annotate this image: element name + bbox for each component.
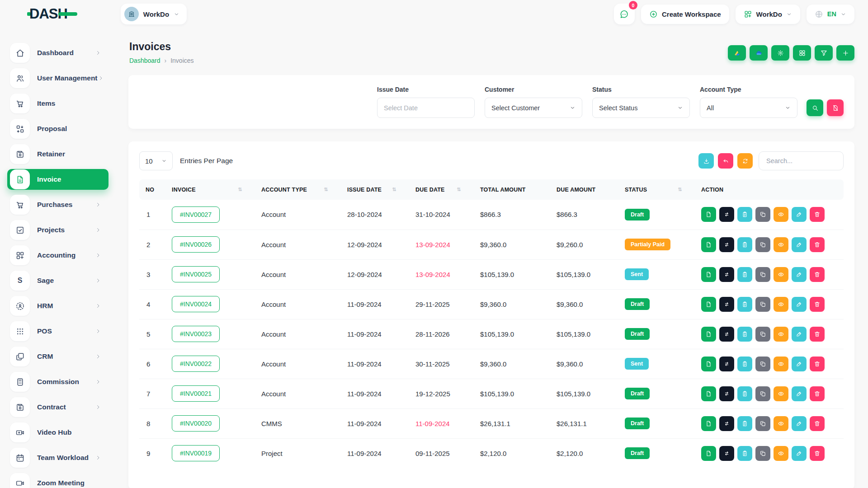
- column-header-due-date[interactable]: DUE DATE⇅: [411, 179, 476, 200]
- payment-button[interactable]: [737, 327, 752, 342]
- convert-button[interactable]: [719, 267, 734, 282]
- invoice-link[interactable]: #INV00023: [172, 326, 220, 342]
- payment-button[interactable]: [737, 357, 752, 371]
- sidebar-item-crm[interactable]: CRM: [7, 346, 108, 367]
- view-button[interactable]: [774, 237, 788, 252]
- column-header-issue-date[interactable]: ISSUE DATE⇅: [343, 179, 411, 200]
- view-button[interactable]: [774, 207, 788, 222]
- entries-per-page-select[interactable]: 10: [139, 151, 173, 170]
- view-button[interactable]: [774, 327, 788, 342]
- delete-button[interactable]: [810, 237, 825, 252]
- edit-button[interactable]: [792, 446, 807, 461]
- delete-button[interactable]: [810, 446, 825, 461]
- refresh-button[interactable]: [737, 153, 753, 169]
- onedrive-button[interactable]: [750, 45, 768, 61]
- language-selector[interactable]: EN: [807, 5, 854, 24]
- sidebar-item-commission[interactable]: Commission: [7, 371, 108, 392]
- convert-button[interactable]: [719, 327, 734, 342]
- delete-button[interactable]: [810, 207, 825, 222]
- workdo-menu-button[interactable]: WorkDo: [736, 5, 800, 24]
- view-button[interactable]: [774, 416, 788, 431]
- breadcrumb-dashboard-link[interactable]: Dashboard: [129, 57, 160, 64]
- duplicate-button[interactable]: [755, 267, 770, 282]
- sidebar-item-accounting[interactable]: Accounting: [7, 245, 108, 266]
- edit-button[interactable]: [792, 207, 807, 222]
- create-workspace-button[interactable]: Create Workspace: [641, 5, 729, 24]
- grid-view-button[interactable]: [793, 45, 811, 61]
- convert-button[interactable]: [719, 357, 734, 371]
- payment-button[interactable]: [737, 267, 752, 282]
- duplicate-button[interactable]: [755, 327, 770, 342]
- duplicate-button[interactable]: [755, 357, 770, 371]
- convert-button[interactable]: [719, 446, 734, 461]
- delete-button[interactable]: [810, 327, 825, 342]
- payment-reminder-button[interactable]: [701, 327, 716, 342]
- sidebar-item-retainer[interactable]: Retainer: [7, 144, 108, 164]
- duplicate-button[interactable]: [755, 237, 770, 252]
- payment-button[interactable]: [737, 237, 752, 252]
- google-drive-button[interactable]: [728, 45, 746, 61]
- payment-button[interactable]: [737, 386, 752, 401]
- duplicate-button[interactable]: [755, 207, 770, 222]
- invoice-link[interactable]: #INV00022: [172, 356, 220, 372]
- sidebar-item-invoice[interactable]: Invoice: [7, 169, 108, 190]
- convert-button[interactable]: [719, 237, 734, 252]
- payment-reminder-button[interactable]: [701, 416, 716, 431]
- delete-button[interactable]: [810, 267, 825, 282]
- duplicate-button[interactable]: [755, 297, 770, 312]
- sidebar-item-items[interactable]: Items: [7, 93, 108, 114]
- sidebar-item-video-hub[interactable]: Video Hub: [7, 422, 108, 443]
- delete-button[interactable]: [810, 357, 825, 371]
- edit-button[interactable]: [792, 386, 807, 401]
- workspace-selector[interactable]: WorkDo: [121, 4, 187, 24]
- create-invoice-button[interactable]: [836, 45, 854, 61]
- filter-search-button[interactable]: [807, 99, 823, 116]
- view-button[interactable]: [774, 386, 788, 401]
- invoice-link[interactable]: #INV00026: [172, 236, 220, 253]
- sidebar-item-contract[interactable]: Contract: [7, 397, 108, 418]
- invoice-link[interactable]: #INV00025: [172, 266, 220, 282]
- edit-button[interactable]: [792, 357, 807, 371]
- convert-button[interactable]: [719, 207, 734, 222]
- column-header-account-type[interactable]: ACCOUNT TYPE⇅: [257, 179, 343, 200]
- settings-button[interactable]: [771, 45, 789, 61]
- payment-reminder-button[interactable]: [701, 357, 716, 371]
- filter-select-account-type[interactable]: All: [700, 98, 797, 118]
- convert-button[interactable]: [719, 386, 734, 401]
- edit-button[interactable]: [792, 267, 807, 282]
- delete-button[interactable]: [810, 416, 825, 431]
- sidebar-item-user-management[interactable]: User Management: [7, 68, 108, 89]
- sidebar-item-purchases[interactable]: Purchases: [7, 194, 108, 215]
- filter-clear-button[interactable]: [827, 99, 844, 116]
- filter-button[interactable]: [815, 45, 833, 61]
- column-header-invoice[interactable]: INVOICE⇅: [167, 179, 257, 200]
- payment-button[interactable]: [737, 416, 752, 431]
- export-button[interactable]: [698, 153, 714, 169]
- sidebar-item-pos[interactable]: POS: [7, 321, 108, 342]
- view-button[interactable]: [774, 446, 788, 461]
- duplicate-button[interactable]: [755, 416, 770, 431]
- payment-button[interactable]: [737, 297, 752, 312]
- payment-reminder-button[interactable]: [701, 207, 716, 222]
- filter-select-customer[interactable]: Select Customer: [485, 98, 582, 118]
- payment-reminder-button[interactable]: [701, 297, 716, 312]
- payment-reminder-button[interactable]: [701, 446, 716, 461]
- convert-button[interactable]: [719, 297, 734, 312]
- sidebar-item-team-workload[interactable]: Team Workload: [7, 447, 108, 468]
- invoice-link[interactable]: #INV00019: [172, 445, 220, 461]
- delete-button[interactable]: [810, 386, 825, 401]
- table-search-input[interactable]: [759, 151, 844, 170]
- sidebar-item-sage[interactable]: SSage: [7, 270, 108, 291]
- payment-button[interactable]: [737, 207, 752, 222]
- view-button[interactable]: [774, 267, 788, 282]
- app-logo[interactable]: DASH: [27, 6, 77, 22]
- sidebar-item-zoom-meeting[interactable]: Zoom Meeting: [7, 473, 108, 488]
- edit-button[interactable]: [792, 327, 807, 342]
- edit-button[interactable]: [792, 237, 807, 252]
- sidebar-item-hrm[interactable]: HRM: [7, 296, 108, 316]
- sidebar-item-proposal[interactable]: Proposal: [7, 118, 108, 139]
- view-button[interactable]: [774, 297, 788, 312]
- filter-input-issue-date[interactable]: [377, 98, 475, 118]
- invoice-link[interactable]: #INV00021: [172, 385, 220, 402]
- filter-select-status[interactable]: Select Status: [592, 98, 690, 118]
